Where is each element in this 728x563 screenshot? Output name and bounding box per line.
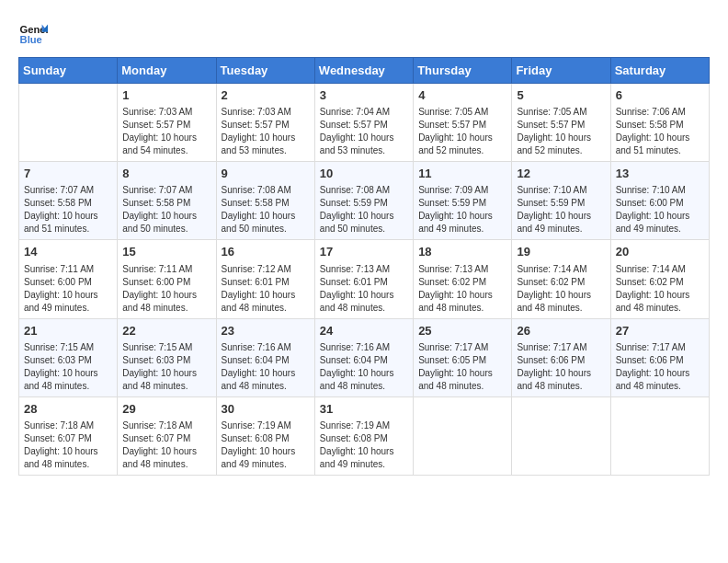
calendar-header-row: SundayMondayTuesdayWednesdayThursdayFrid… [19, 58, 710, 84]
day-info: Daylight: 10 hours [24, 210, 112, 223]
col-header-thursday: Thursday [414, 58, 512, 84]
calendar-week-5: 28Sunrise: 7:18 AMSunset: 6:07 PMDayligh… [19, 396, 710, 475]
day-info: Sunrise: 7:12 AM [222, 263, 310, 276]
day-info: Daylight: 10 hours [222, 132, 310, 144]
day-number: 26 [517, 323, 605, 339]
day-info: Sunset: 6:00 PM [122, 276, 210, 289]
day-info: Sunset: 6:00 PM [616, 197, 704, 210]
day-info: and 48 minutes. [418, 302, 506, 315]
day-info: Daylight: 10 hours [320, 210, 408, 223]
col-header-sunday: Sunday [19, 58, 118, 84]
day-info: and 51 minutes. [616, 144, 704, 157]
day-info: and 49 minutes. [418, 223, 506, 236]
calendar-cell: 31Sunrise: 7:19 AMSunset: 6:08 PMDayligh… [314, 396, 413, 475]
day-number: 12 [517, 166, 605, 182]
day-info: Sunrise: 7:08 AM [320, 184, 408, 197]
day-info: Sunrise: 7:10 AM [616, 184, 704, 197]
day-info: Sunrise: 7:18 AM [122, 419, 210, 432]
calendar-week-4: 21Sunrise: 7:15 AMSunset: 6:03 PMDayligh… [19, 318, 710, 396]
day-number: 14 [24, 244, 112, 260]
calendar-cell: 12Sunrise: 7:10 AMSunset: 5:59 PMDayligh… [512, 162, 610, 240]
calendar-cell [19, 84, 118, 162]
calendar-cell: 6Sunrise: 7:06 AMSunset: 5:58 PMDaylight… [610, 84, 709, 162]
day-number: 21 [24, 323, 112, 339]
day-info: Sunset: 5:57 PM [122, 119, 210, 132]
day-info: Sunrise: 7:05 AM [418, 106, 506, 119]
day-info: Sunset: 6:04 PM [222, 354, 310, 367]
day-info: Sunset: 6:01 PM [222, 276, 310, 289]
day-info: Daylight: 10 hours [418, 289, 506, 302]
col-header-saturday: Saturday [610, 58, 709, 84]
day-info: Daylight: 10 hours [122, 367, 210, 380]
day-info: and 49 minutes. [616, 223, 704, 236]
day-info: Daylight: 10 hours [418, 132, 506, 144]
calendar-cell: 14Sunrise: 7:11 AMSunset: 6:00 PMDayligh… [19, 240, 118, 318]
day-info: and 48 minutes. [122, 458, 210, 471]
day-info: and 48 minutes. [222, 380, 310, 393]
day-info: Daylight: 10 hours [222, 289, 310, 302]
day-info: Daylight: 10 hours [616, 289, 704, 302]
calendar-cell: 27Sunrise: 7:17 AMSunset: 6:06 PMDayligh… [610, 318, 709, 396]
day-info: Sunrise: 7:11 AM [24, 263, 112, 276]
day-info: and 49 minutes. [24, 302, 112, 315]
calendar-cell: 25Sunrise: 7:17 AMSunset: 6:05 PMDayligh… [414, 318, 512, 396]
day-info: Daylight: 10 hours [517, 289, 605, 302]
day-info: Daylight: 10 hours [24, 445, 112, 458]
calendar-cell: 28Sunrise: 7:18 AMSunset: 6:07 PMDayligh… [19, 396, 118, 475]
day-info: Sunrise: 7:18 AM [24, 419, 112, 432]
day-info: Sunset: 6:04 PM [320, 354, 408, 367]
day-info: Daylight: 10 hours [320, 445, 408, 458]
day-number: 29 [122, 401, 210, 418]
day-info: Sunrise: 7:19 AM [222, 419, 310, 432]
svg-text:Blue: Blue [20, 34, 42, 45]
calendar-cell: 24Sunrise: 7:16 AMSunset: 6:04 PMDayligh… [314, 318, 413, 396]
calendar-cell: 18Sunrise: 7:13 AMSunset: 6:02 PMDayligh… [414, 240, 512, 318]
calendar-cell: 7Sunrise: 7:07 AMSunset: 5:58 PMDaylight… [19, 162, 118, 240]
calendar-cell [610, 396, 709, 475]
day-info: Daylight: 10 hours [517, 210, 605, 223]
day-info: Sunrise: 7:17 AM [616, 341, 704, 354]
day-info: Sunset: 6:02 PM [517, 276, 605, 289]
logo: General Blue [18, 18, 51, 48]
calendar-cell: 4Sunrise: 7:05 AMSunset: 5:57 PMDaylight… [414, 84, 512, 162]
day-info: Daylight: 10 hours [616, 210, 704, 223]
day-info: Sunset: 5:58 PM [122, 197, 210, 210]
day-number: 11 [418, 166, 506, 182]
day-info: Sunset: 5:58 PM [616, 119, 704, 132]
day-number: 4 [418, 87, 506, 104]
day-info: Sunset: 5:57 PM [222, 119, 310, 132]
day-info: and 49 minutes. [320, 458, 408, 471]
day-info: Sunrise: 7:15 AM [24, 341, 112, 354]
day-info: and 53 minutes. [222, 144, 310, 157]
day-info: Sunset: 6:06 PM [517, 354, 605, 367]
day-info: Sunset: 5:57 PM [517, 119, 605, 132]
day-number: 28 [24, 401, 112, 418]
day-info: Sunrise: 7:15 AM [122, 341, 210, 354]
day-info: Sunset: 6:03 PM [24, 354, 112, 367]
day-info: Sunrise: 7:04 AM [320, 106, 408, 119]
day-info: and 50 minutes. [122, 223, 210, 236]
day-info: Sunrise: 7:10 AM [517, 184, 605, 197]
day-info: Daylight: 10 hours [418, 210, 506, 223]
day-info: Sunrise: 7:16 AM [222, 341, 310, 354]
day-info: Sunset: 6:07 PM [122, 432, 210, 445]
day-info: Sunrise: 7:06 AM [616, 106, 704, 119]
day-info: Sunset: 5:59 PM [517, 197, 605, 210]
day-info: Daylight: 10 hours [122, 289, 210, 302]
day-info: and 48 minutes. [616, 380, 704, 393]
day-number: 22 [122, 323, 210, 339]
day-info: and 48 minutes. [122, 302, 210, 315]
day-number: 19 [517, 244, 605, 260]
day-number: 3 [320, 87, 408, 104]
calendar-cell: 29Sunrise: 7:18 AMSunset: 6:07 PMDayligh… [118, 396, 216, 475]
day-number: 24 [320, 323, 408, 339]
page-header: General Blue [18, 18, 710, 48]
day-number: 18 [418, 244, 506, 260]
day-info: and 48 minutes. [24, 380, 112, 393]
day-info: Sunset: 5:59 PM [320, 197, 408, 210]
day-number: 25 [418, 323, 506, 339]
day-info: and 50 minutes. [222, 223, 310, 236]
day-number: 17 [320, 244, 408, 260]
logo-icon: General Blue [18, 18, 48, 48]
day-info: and 49 minutes. [517, 223, 605, 236]
